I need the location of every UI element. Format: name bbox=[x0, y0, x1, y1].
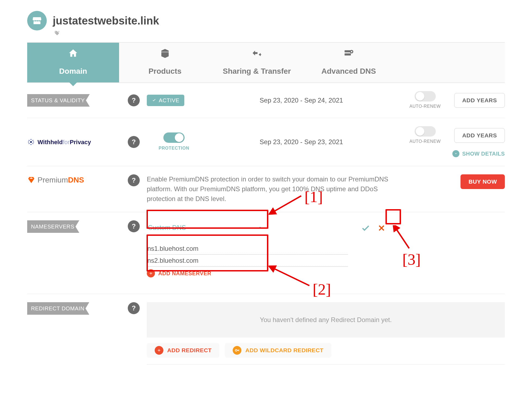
svg-point-9 bbox=[32, 143, 33, 144]
premiumdns-logo: PremiumDNS bbox=[27, 174, 128, 186]
tab-spacer bbox=[395, 43, 505, 82]
chevron-down-icon bbox=[452, 150, 459, 157]
redirect-empty-state: You haven't defined any Redirect Domain … bbox=[147, 302, 505, 338]
svg-point-8 bbox=[33, 141, 34, 143]
active-badge: ACTIVE bbox=[147, 95, 184, 106]
svg-point-6 bbox=[30, 139, 32, 140]
status-label: STATUS & VALIDITY bbox=[27, 94, 90, 107]
active-badge-label: ACTIVE bbox=[159, 96, 179, 104]
logo-text: Withheld bbox=[38, 139, 63, 146]
add-years-button[interactable]: ADD YEARS bbox=[454, 93, 505, 108]
help-icon[interactable]: ? bbox=[128, 302, 140, 314]
buy-now-button[interactable]: BUY NOW bbox=[461, 174, 505, 189]
logo-text: Privacy bbox=[70, 139, 91, 146]
privacy-dots-icon bbox=[27, 138, 35, 146]
tab-label: Domain bbox=[59, 66, 87, 77]
logo-text: Premium bbox=[38, 176, 68, 184]
transfer-icon bbox=[252, 48, 262, 61]
tab-sharing[interactable]: Sharing & Transfer bbox=[211, 43, 303, 82]
auto-renew-toggle[interactable] bbox=[415, 126, 436, 137]
server-gear-icon bbox=[344, 48, 354, 61]
domain-title: justatestwebsite.link bbox=[53, 13, 159, 29]
check-icon bbox=[361, 224, 370, 233]
svg-rect-2 bbox=[344, 53, 351, 55]
logo-text: DNS bbox=[68, 176, 84, 184]
redirect-empty-text: You haven't defined any Redirect Domain … bbox=[260, 315, 392, 325]
domain-avatar bbox=[27, 11, 47, 30]
svg-point-12 bbox=[28, 141, 29, 143]
close-icon: ✕ bbox=[378, 222, 385, 235]
add-wildcard-label: ADD WILDCARD REDIRECT bbox=[245, 346, 323, 355]
show-details-label: SHOW DETAILS bbox=[462, 150, 505, 158]
check-icon bbox=[152, 98, 157, 103]
dns-type-select[interactable]: Custom DNS bbox=[147, 220, 264, 235]
add-wildcard-redirect-button[interactable]: ADD WILDCARD REDIRECT bbox=[225, 343, 331, 358]
infinity-icon bbox=[233, 346, 241, 355]
auto-renew-label: AUTO-RENEW bbox=[409, 103, 441, 110]
add-nameserver-button[interactable]: ADD NAMESERVER bbox=[147, 269, 348, 277]
tabs: Domain Products Sharing & Transfer Advan… bbox=[27, 42, 505, 83]
tab-domain[interactable]: Domain bbox=[27, 43, 119, 82]
storefront-icon bbox=[32, 16, 42, 26]
withheld-privacy-logo: WithheldforPrivacy bbox=[27, 138, 128, 147]
privacy-dates: Sep 23, 2020 - Sep 23, 2021 bbox=[201, 137, 402, 147]
box-icon bbox=[160, 48, 170, 61]
protection-label: PROTECTION bbox=[159, 145, 189, 152]
auto-renew-label: AUTO-RENEW bbox=[409, 138, 441, 145]
svg-point-13 bbox=[29, 140, 30, 141]
help-icon[interactable]: ? bbox=[128, 136, 140, 148]
help-icon[interactable]: ? bbox=[128, 94, 140, 106]
logo-text: for bbox=[63, 139, 70, 146]
confirm-nameservers-button[interactable] bbox=[359, 221, 372, 235]
add-years-button[interactable]: ADD YEARS bbox=[454, 128, 505, 143]
tab-label: Sharing & Transfer bbox=[223, 66, 291, 77]
plus-icon bbox=[155, 346, 163, 355]
auto-renew-toggle[interactable] bbox=[415, 91, 436, 101]
diamond-icon bbox=[27, 176, 35, 184]
help-icon[interactable]: ? bbox=[128, 174, 140, 186]
tag-icon[interactable]: + bbox=[53, 29, 505, 38]
svg-point-10 bbox=[30, 144, 32, 145]
premiumdns-description: Enable PremiumDNS protection in order to… bbox=[147, 174, 402, 204]
plus-icon bbox=[147, 269, 155, 277]
redirect-label: REDIRECT DOMAIN bbox=[27, 302, 89, 315]
tab-products[interactable]: Products bbox=[119, 43, 211, 82]
caret-down-icon bbox=[258, 223, 263, 233]
svg-point-5 bbox=[30, 141, 32, 143]
help-icon[interactable]: ? bbox=[128, 220, 140, 232]
select-value: Custom DNS bbox=[148, 223, 186, 233]
tab-label: Advanced DNS bbox=[321, 66, 376, 77]
svg-point-4 bbox=[351, 51, 352, 52]
svg-point-11 bbox=[29, 143, 30, 144]
svg-point-7 bbox=[32, 140, 33, 141]
protection-toggle[interactable] bbox=[163, 132, 185, 143]
add-redirect-label: ADD REDIRECT bbox=[167, 346, 211, 355]
tab-label: Products bbox=[148, 66, 181, 77]
cancel-nameservers-button[interactable]: ✕ bbox=[375, 221, 388, 235]
nameserver-1-input[interactable] bbox=[147, 243, 348, 255]
add-nameserver-label: ADD NAMESERVER bbox=[158, 269, 211, 277]
add-redirect-button[interactable]: ADD REDIRECT bbox=[147, 343, 219, 358]
show-details-button[interactable]: SHOW DETAILS bbox=[452, 150, 505, 158]
svg-text:+: + bbox=[58, 30, 60, 33]
nameserver-2-input[interactable] bbox=[147, 255, 348, 267]
nameservers-label: NAMESERVERS bbox=[27, 220, 79, 233]
status-dates: Sep 23, 2020 - Sep 24, 2021 bbox=[201, 95, 402, 105]
home-icon bbox=[68, 48, 78, 61]
tab-advanced-dns[interactable]: Advanced DNS bbox=[303, 43, 395, 82]
